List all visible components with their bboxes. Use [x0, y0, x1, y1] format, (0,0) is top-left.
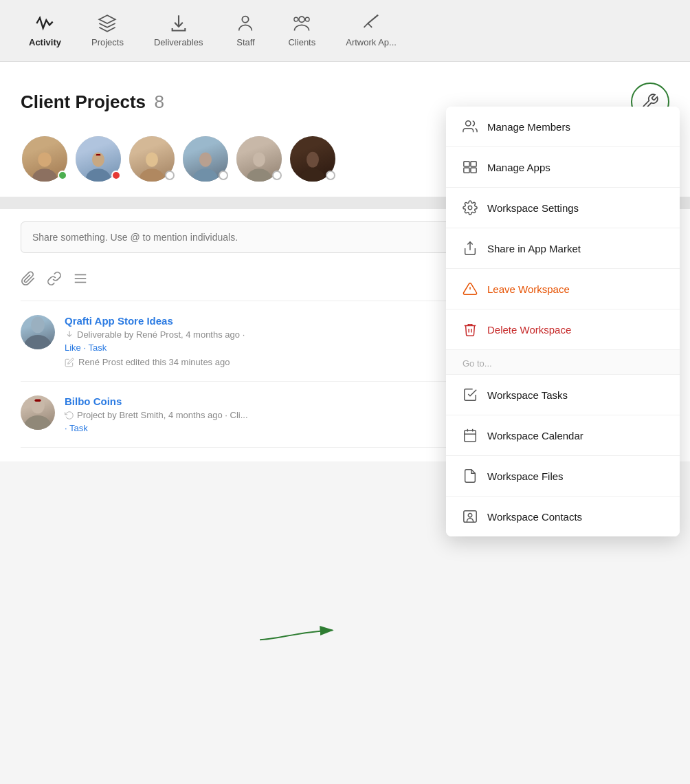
link-icon[interactable] — [47, 271, 62, 290]
top-navigation: Activity Projects Deliverables Staff — [0, 0, 690, 62]
menu-label-delete-workspace: Delete Workspace — [487, 324, 571, 336]
svg-point-22 — [24, 335, 52, 349]
avatar-4[interactable] — [181, 135, 230, 183]
activity-link-task-bilbo[interactable]: · Task — [65, 423, 88, 433]
menu-label-workspace-settings: Workspace Settings — [487, 202, 579, 214]
svg-rect-30 — [471, 168, 476, 173]
svg-point-1 — [299, 17, 304, 22]
svg-point-24 — [24, 415, 52, 430]
nav-label-staff: Staff — [236, 37, 255, 47]
attachment-icon[interactable] — [21, 271, 36, 290]
menu-label-share-app-market: Share in App Market — [487, 243, 581, 254]
avatar-status-5 — [272, 171, 282, 180]
workspace-tasks-icon — [463, 387, 478, 402]
menu-label-workspace-contacts: Workspace Contacts — [487, 511, 582, 523]
projects-icon — [98, 14, 117, 33]
manage-apps-icon — [463, 160, 478, 175]
nav-item-deliverables[interactable]: Deliverables — [139, 7, 219, 54]
nav-label-artwork: Artwork Ap... — [346, 37, 397, 47]
avatar-status-4 — [219, 171, 228, 180]
avatar-3[interactable] — [128, 135, 176, 183]
svg-rect-27 — [464, 162, 469, 166]
svg-point-14 — [253, 152, 265, 166]
svg-point-3 — [294, 17, 298, 21]
nav-item-clients[interactable]: Clients — [273, 7, 331, 54]
svg-point-17 — [300, 168, 325, 182]
activity-edit-text-qrafti: René Prost edited this 34 minutes ago — [78, 357, 230, 367]
menu-item-workspace-settings[interactable]: Workspace Settings — [446, 188, 680, 228]
avatar-status-3 — [165, 171, 175, 180]
nav-label-projects: Projects — [91, 37, 124, 47]
list-icon[interactable] — [73, 271, 88, 290]
nav-label-deliverables: Deliverables — [154, 37, 203, 47]
menu-item-manage-apps[interactable]: Manage Apps — [446, 147, 680, 188]
activity-avatar-bilbo — [21, 395, 55, 430]
menu-item-workspace-files[interactable]: Workspace Files — [446, 456, 680, 497]
menu-label-workspace-tasks: Workspace Tasks — [487, 389, 568, 401]
avatar-2[interactable] — [74, 135, 122, 183]
avatar-1[interactable] — [21, 135, 69, 183]
svg-point-40 — [468, 513, 472, 517]
menu-label-manage-apps: Manage Apps — [487, 162, 550, 173]
nav-item-artwork[interactable]: Artwork Ap... — [331, 7, 412, 54]
workspace-calendar-icon — [463, 428, 478, 443]
svg-point-31 — [468, 206, 472, 210]
menu-label-workspace-files: Workspace Files — [487, 470, 564, 482]
menu-goto-label: Go to... — [446, 350, 680, 375]
menu-item-leave-workspace[interactable]: Leave Workspace — [446, 269, 680, 309]
nav-item-activity[interactable]: Activity — [14, 7, 76, 54]
nav-item-projects[interactable]: Projects — [76, 7, 139, 54]
workspace-contacts-icon — [463, 509, 478, 524]
deliverable-meta-icon — [65, 330, 74, 340]
workspace-files-icon — [463, 468, 478, 483]
svg-rect-29 — [464, 168, 469, 173]
svg-rect-28 — [471, 162, 476, 166]
svg-point-2 — [306, 17, 310, 21]
avatar-6[interactable] — [289, 135, 337, 183]
svg-point-10 — [146, 152, 158, 166]
avatar-status-2 — [111, 171, 121, 180]
svg-point-6 — [32, 168, 57, 182]
activity-icon — [35, 14, 54, 33]
page-title: Client Projects — [21, 91, 146, 112]
nav-label-clients: Clients — [288, 37, 315, 47]
svg-point-21 — [31, 317, 45, 334]
menu-item-delete-workspace[interactable]: Delete Workspace — [446, 309, 680, 350]
svg-point-5 — [38, 152, 52, 166]
nav-item-staff[interactable]: Staff — [218, 7, 273, 54]
arrow-annotation — [254, 613, 344, 650]
svg-rect-39 — [464, 511, 476, 523]
delete-workspace-icon — [463, 322, 478, 337]
svg-point-13 — [193, 168, 218, 182]
activity-link-like[interactable]: Like — [65, 342, 81, 353]
menu-item-workspace-tasks[interactable]: Workspace Tasks — [446, 375, 680, 415]
svg-point-12 — [199, 152, 212, 166]
activity-link-task[interactable]: Task — [88, 342, 107, 353]
project-meta-icon — [65, 411, 74, 420]
svg-point-11 — [140, 168, 164, 182]
menu-item-workspace-contacts[interactable]: Workspace Contacts — [446, 497, 680, 536]
clients-icon — [292, 14, 311, 33]
deliverables-icon — [169, 14, 188, 33]
menu-item-manage-members[interactable]: Manage Members — [446, 107, 680, 147]
svg-rect-25 — [34, 399, 41, 402]
activity-avatar-qrafti — [21, 315, 55, 349]
share-app-market-icon — [463, 241, 478, 256]
svg-point-26 — [466, 121, 471, 126]
svg-point-15 — [247, 168, 271, 182]
avatar-5[interactable] — [235, 135, 283, 183]
activity-meta-text-qrafti: Deliverable by René Prost, 4 months ago … — [77, 329, 245, 340]
nav-label-activity: Activity — [29, 37, 61, 47]
page-title-count: 8 — [155, 91, 164, 112]
menu-label-workspace-calendar: Workspace Calendar — [487, 430, 583, 442]
workspace-dropdown-menu: Manage Members Manage Apps Workspace Set… — [446, 107, 680, 536]
svg-point-4 — [377, 14, 378, 16]
svg-point-16 — [307, 152, 319, 168]
avatar-status-1 — [58, 171, 67, 180]
leave-workspace-icon — [463, 281, 478, 296]
menu-item-share-app-market[interactable]: Share in App Market — [446, 228, 680, 269]
svg-rect-9 — [96, 154, 101, 155]
menu-label-manage-members: Manage Members — [487, 121, 570, 133]
menu-item-workspace-calendar[interactable]: Workspace Calendar — [446, 415, 680, 456]
svg-point-8 — [86, 168, 111, 182]
